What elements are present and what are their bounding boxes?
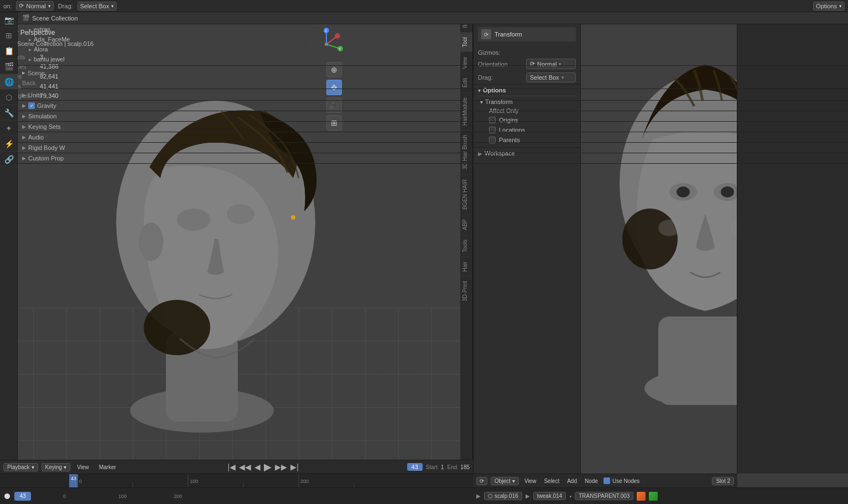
v2-node-menu[interactable]: Node	[582, 477, 600, 485]
marker-label: Marker	[99, 464, 116, 470]
frame-indicator	[4, 493, 10, 499]
skip-start-btn[interactable]: |◀	[228, 463, 236, 471]
keying-label: Keying	[45, 464, 63, 470]
frame-number: 43	[19, 493, 25, 499]
timeline-track: 0 100 200	[35, 491, 469, 502]
material-label: TRANSPARENT.003	[579, 493, 630, 499]
current-frame[interactable]: 43	[407, 463, 423, 471]
scene-row: ▸ Scene	[737, 67, 848, 79]
scalp-object[interactable]: ⬡ scalp.016	[484, 492, 522, 500]
collection-item-bantu[interactable]: ▸ bantu jewel	[737, 54, 848, 64]
v2-icon-btn[interactable]: ⟳	[476, 477, 487, 485]
v2-view-label: View	[524, 478, 537, 484]
keying-dropdown[interactable]: Keying ▾	[41, 463, 71, 471]
separator-1	[737, 65, 848, 66]
drag-arrow: ▾	[111, 3, 114, 9]
options-label: Options	[816, 3, 837, 9]
top-bar: on: ⟳ Normal ▾ Drag: Select Box ▾ Option…	[0, 0, 848, 12]
strip-arrow-1: ▶	[476, 493, 481, 499]
node-strip: ▶ ⬡ scalp.016 ▶ tweak.014 • TRANSPARENT.…	[473, 487, 737, 504]
object-label: Object	[495, 478, 511, 484]
marker-menu[interactable]: Marker	[96, 464, 119, 471]
mode-prefix-label: on:	[3, 3, 12, 9]
collection-item-extras[interactable]: ▸ extras	[737, 24, 848, 34]
skip-end-btn[interactable]: ▶|	[290, 463, 299, 471]
prop-custom[interactable]: ▶ Custom Prop	[737, 153, 848, 164]
view-menu[interactable]: View	[74, 464, 92, 471]
mode-icon: ⟳	[19, 2, 24, 9]
ruler-0: 0	[63, 493, 66, 499]
playback-dropdown[interactable]: Playback ▾	[3, 463, 38, 471]
use-nodes-row: Use Nodes	[604, 477, 639, 484]
ruler-200: 200	[174, 493, 182, 499]
prop-simulation[interactable]: ▶ Simulation	[737, 111, 848, 122]
object-dropdown[interactable]: Object ▾	[491, 477, 519, 485]
ruler-100: 100	[118, 493, 127, 499]
v2-view-menu[interactable]: View	[522, 477, 539, 485]
tweak-object[interactable]: tweak.014	[533, 492, 566, 500]
color-preview-2	[649, 492, 658, 501]
start-label: Start	[426, 464, 438, 470]
collection-item-alora[interactable]: ▸ Alora	[737, 44, 848, 54]
start-value[interactable]: 1	[441, 464, 444, 470]
prop-gravity[interactable]: ▶ ✓ Gravity	[737, 101, 848, 111]
use-nodes-checkbox[interactable]	[604, 477, 610, 484]
prev-keyframe-btn[interactable]: ◀	[254, 463, 261, 471]
end-label: End	[448, 464, 457, 470]
v2-select-menu[interactable]: Select	[542, 477, 561, 485]
svg-text:43: 43	[71, 476, 76, 481]
v2-select-label: Select	[544, 478, 559, 484]
viewport2-bottom-bar: ⟳ Object ▾ View Select Add Node Use Node…	[473, 474, 737, 487]
drag-prefix-label: Drag:	[58, 3, 73, 9]
options-arrow: ▾	[839, 3, 842, 9]
properties-panel: 📷 ⊞ 📋 🎬 🌐 ⬡ 🔧 ✦ ⚡ 🔗 🎬 Scene Collection ▸…	[737, 12, 848, 474]
main-layout: Z Y ⊕ ✥ 🎥 ⊞ User Perspective (43) Scene …	[0, 12, 848, 474]
scene-collection-header[interactable]: 🎬 Scene Collection	[737, 12, 848, 24]
frame-display[interactable]: 43	[14, 492, 31, 501]
mode-dropdown[interactable]: ⟳ Normal ▾	[16, 1, 53, 11]
slot-label: Slot 2	[712, 477, 734, 485]
viewport1-bottom-bar: Playback ▾ Keying ▾ View Marker |◀ ◀◀ ◀ …	[0, 460, 473, 474]
scalp-label: scalp.016	[495, 493, 518, 499]
drag-dropdown[interactable]: Select Box ▾	[77, 2, 117, 11]
timeline-ruler[interactable]: 0 100 200 43	[0, 474, 473, 487]
strip-dot: •	[569, 493, 571, 500]
play-btn[interactable]: ▶	[264, 461, 272, 473]
prop-audio[interactable]: ▶ Audio	[737, 132, 848, 143]
v2-add-menu[interactable]: Add	[565, 477, 579, 485]
strip-arrow-2: ▶	[526, 493, 530, 499]
playback-arrow: ▾	[32, 464, 34, 470]
options-button[interactable]: Options ▾	[813, 2, 845, 11]
scalp-icon: ⬡	[488, 493, 493, 499]
collection-item-ada[interactable]: ▸ Ada_FaceMe	[737, 34, 848, 44]
svg-text:200: 200	[300, 479, 309, 484]
mode-arrow: ▾	[48, 3, 51, 9]
prev-frame-btn[interactable]: ◀◀	[239, 463, 251, 471]
back-label-row: Back	[737, 79, 848, 87]
v2-icon: ⟳	[480, 478, 484, 484]
drag-value: Select Box	[80, 3, 110, 9]
color-preview-1	[637, 492, 646, 501]
use-nodes-label: Use Nodes	[612, 478, 639, 484]
prop-keying-sets[interactable]: ▶ Keying Sets	[737, 122, 848, 132]
prop-panel-bottom	[737, 487, 848, 504]
view-label: View	[77, 464, 89, 470]
prop-units[interactable]: ▶ Units	[737, 90, 848, 101]
next-keyframe-btn[interactable]: ▶▶	[275, 463, 287, 471]
v2-add-label: Add	[567, 478, 577, 484]
end-value[interactable]: 185	[460, 464, 470, 470]
prop-rigid-body[interactable]: ▶ Rigid Body W	[737, 143, 848, 153]
separator-2	[737, 89, 848, 89]
svg-text:0: 0	[79, 479, 82, 484]
v2-node-label: Node	[585, 478, 598, 484]
svg-text:100: 100	[190, 479, 198, 484]
keying-arrow: ▾	[64, 464, 66, 470]
material-item[interactable]: TRANSPARENT.003	[575, 492, 633, 500]
object-arrow: ▾	[512, 478, 515, 484]
playback-label: Playback	[7, 464, 30, 470]
mode-value: Normal	[26, 3, 45, 9]
prop-content: 🎬 Scene Collection ▸ extras ▸ Ada_FaceMe…	[737, 12, 848, 474]
tweak-label: tweak.014	[537, 493, 563, 499]
timeline-bottom: 43 0 100 200	[0, 487, 473, 504]
